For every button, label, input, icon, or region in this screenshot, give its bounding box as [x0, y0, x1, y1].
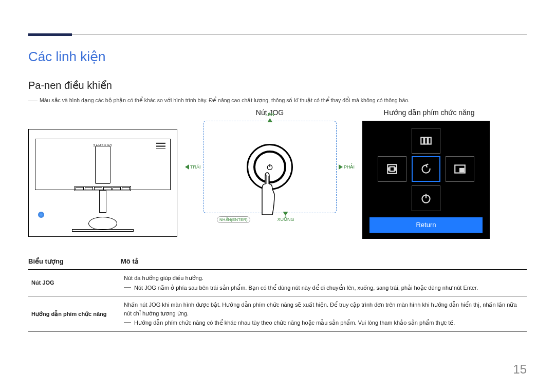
description-table: Biểu tượng Mô tả Nút JOG Nút đa hướng gi…	[28, 254, 527, 332]
subsection-title: Pa-nen điều khiển	[28, 79, 527, 91]
jog-enter-label: NHẤN(ENTER)	[217, 216, 250, 223]
arrow-right-icon	[339, 164, 343, 170]
row-desc: Nút đa hướng giúp điều hướng. Nút JOG nằ…	[121, 270, 527, 296]
row-label: Hướng dẫn phím chức năng	[28, 296, 121, 332]
section-title: Các linh kiện	[28, 49, 527, 65]
osd-title: Hướng dẫn phím chức năng	[362, 108, 496, 117]
table-header-icon: Biểu tượng	[28, 254, 121, 270]
row-desc-main: Nút đa hướng giúp điều hướng.	[124, 274, 524, 283]
arrow-left-icon	[185, 164, 189, 170]
top-note-text: Màu sắc và hình dạng các bộ phận có thể …	[40, 97, 410, 103]
header-accent	[28, 33, 72, 36]
row-label: Nút JOG	[28, 270, 121, 296]
top-note: Màu sắc và hình dạng các bộ phận có thể …	[28, 97, 527, 104]
svg-rect-2	[421, 137, 423, 144]
row-desc: Nhấn nút JOG khi màn hình được bật. Hướn…	[121, 296, 527, 332]
jog-position-indicator-icon	[38, 212, 44, 218]
row-desc-note: Hướng dẫn phím chức năng có thể khác nha…	[134, 319, 455, 327]
osd-menu-icon	[412, 128, 440, 154]
jog-up-label: LÊN	[265, 112, 274, 117]
osd-screen: Return	[362, 121, 490, 239]
table-row: Nút JOG Nút đa hướng giúp điều hướng. Nú…	[28, 270, 527, 296]
svg-rect-3	[424, 137, 427, 144]
osd-return-button: Return	[369, 217, 483, 233]
arrow-down-icon	[283, 212, 288, 216]
jog-right-label: PHẢI	[344, 164, 355, 170]
jog-down-label: XUỐNG	[277, 217, 294, 222]
jog-left-label: TRÁI	[190, 164, 201, 170]
svg-rect-7	[460, 169, 464, 172]
table-row: Hướng dẫn phím chức năng Nhấn nút JOG kh…	[28, 296, 527, 332]
osd-power-icon	[412, 185, 440, 211]
osd-source-icon	[378, 156, 406, 182]
svg-rect-4	[428, 137, 431, 144]
osd-return-icon	[412, 156, 440, 182]
page-number: 15	[513, 362, 527, 377]
osd-panel-column: Hướng dẫn phím chức năng Retur	[362, 108, 496, 239]
hand-icon	[252, 169, 283, 215]
jog-diagram: Nút JOG LÊN XUỐNG TRÁI	[193, 108, 347, 213]
row-desc-main: Nhấn nút JOG khi màn hình được bật. Hướn…	[124, 301, 524, 318]
arrow-up-icon	[267, 118, 272, 122]
osd-pip-icon	[446, 156, 474, 182]
row-desc-note: Nút JOG nằm ở phía sau bên trái sản phẩm…	[134, 284, 478, 292]
table-header-desc: Mô tả	[121, 254, 527, 270]
header-divider	[28, 34, 527, 35]
monitor-illustration: SAMSUNG	[28, 129, 177, 237]
